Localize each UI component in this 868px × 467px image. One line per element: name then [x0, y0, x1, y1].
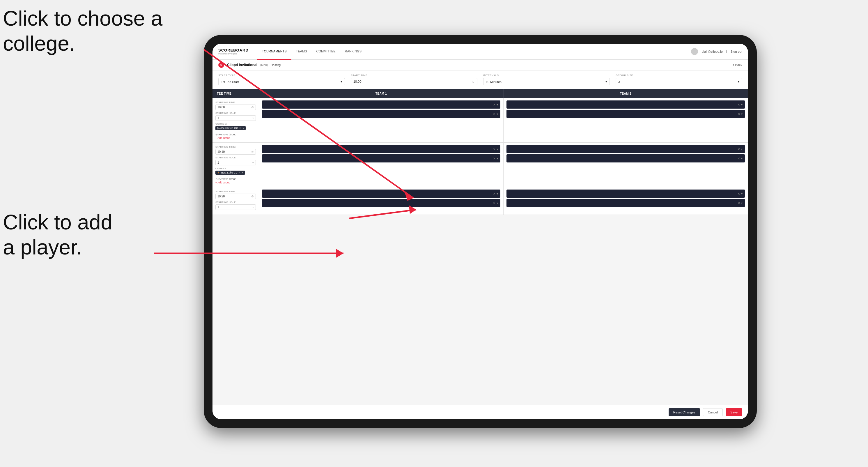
team1-cell-1: ✕ ▾ ✕ ▾ [259, 98, 503, 143]
chevron-icon-1-1[interactable]: ▾ [497, 103, 498, 106]
nav-bar: SCOREBOARD Powered by clippd TOURNAMENTS… [213, 44, 748, 60]
chevron-icon-5-2[interactable]: ▾ [497, 201, 498, 205]
start-time-label: Start Time [351, 74, 477, 77]
intervals-value: 10 Minutes [486, 80, 501, 84]
chevron-icon-3-2[interactable]: ▾ [497, 157, 498, 160]
nav-link-rankings[interactable]: RANKINGS [340, 44, 366, 60]
chevron-course-icon-1: ▾ [243, 127, 244, 130]
x-icon-6-1[interactable]: ✕ [738, 192, 740, 195]
chevron-icon-4-2[interactable]: ▾ [741, 157, 743, 160]
nav-link-teams[interactable]: TEAMS [291, 44, 312, 60]
x-icon-4-2[interactable]: ✕ [738, 157, 740, 160]
chevron-down-icon-3: ▾ [738, 80, 740, 84]
chevron-icon-2-2[interactable]: ▾ [741, 113, 743, 116]
player-slot-4-1[interactable]: ✕ ▾ [506, 145, 745, 153]
team1-cell-2: ✕ ▾ ✕ ▾ [259, 143, 503, 187]
team2-cell-3: ✕ ▾ ✕ ▾ [503, 187, 748, 215]
x-icon-3-2[interactable]: ✕ [493, 157, 495, 160]
chevron-icon-5-1[interactable]: ▾ [497, 192, 498, 195]
start-type-label: Start Type [218, 74, 345, 77]
time-config-3: Starting Time: 10:20 ⏱ Starting Hole: 1 … [213, 187, 259, 215]
course-name-1: (A) Peachtree GC [217, 127, 238, 130]
starting-hole-input-2[interactable]: 1 ▾ [215, 160, 256, 165]
player-slot-3-2[interactable]: ✕ ▾ [262, 154, 500, 162]
add-group-btn-2[interactable]: + Add Group [215, 181, 256, 184]
starting-hole-input-1[interactable]: 1 ▾ [215, 115, 256, 121]
team1-cell-3: ✕ ▾ ✕ ▾ [259, 187, 503, 215]
back-button[interactable]: < Back [732, 63, 742, 67]
group-size-label: Group Size [616, 74, 742, 77]
chevron-icon-4-1[interactable]: ▾ [741, 148, 743, 151]
x-icon-3-1[interactable]: ✕ [493, 148, 495, 151]
course-badge-1[interactable]: (A) Peachtree GC ✕ ▾ [215, 126, 246, 130]
x-icon-2-2[interactable]: ✕ [738, 113, 740, 116]
tournament-title: Clippd Invitational [227, 63, 257, 67]
chevron-icon-3: ▾ [252, 206, 254, 209]
starting-time-input-1[interactable]: 10:00 ⏱ [215, 104, 256, 110]
intervals-label: Intervals [483, 74, 610, 77]
team2-cell-1: ✕ ▾ ✕ ▾ [503, 98, 748, 143]
player-slot-5-2[interactable]: ✕ ▾ [262, 199, 500, 207]
user-email: blair@clippd.io [702, 50, 722, 53]
time-group-3: Starting Time: 10:20 ⏱ Starting Hole: 1 … [213, 187, 748, 215]
player-slot-6-1[interactable]: ✕ ▾ [506, 190, 745, 198]
annotation-bottom: Click to adda player. [3, 210, 112, 260]
player-slot-3-1[interactable]: ✕ ▾ [262, 145, 500, 153]
remove-group-btn-1[interactable]: ⊖ Remove Group [215, 133, 256, 136]
table-area: Starting Time: 10:00 ⏱ Starting Hole: 1 … [213, 98, 748, 405]
intervals-select[interactable]: 10 Minutes ▾ [483, 78, 610, 85]
group-size-group: Group Size 3 ▾ [616, 74, 742, 85]
starting-time-label-2: Starting Time: [215, 146, 256, 148]
chevron-icon-2-1[interactable]: ▾ [741, 103, 743, 106]
player-slot-6-2[interactable]: ✕ ▾ [506, 199, 745, 207]
clock-icon-2: ⏱ [251, 151, 254, 153]
x-icon-1-1[interactable]: ✕ [493, 103, 495, 106]
remove-course-icon-2[interactable]: ✕ [239, 171, 241, 174]
starting-time-input-3[interactable]: 10:20 ⏱ [215, 194, 256, 199]
col-team1: Team 1 [259, 89, 503, 98]
starting-time-input-2[interactable]: 10:10 ⏱ [215, 149, 256, 155]
time-config-1: Starting Time: 10:00 ⏱ Starting Hole: 1 … [213, 98, 259, 143]
separator: | [726, 50, 727, 53]
course-name-2: East Lake GC [221, 171, 238, 174]
player-slot-4-2[interactable]: ✕ ▾ [506, 154, 745, 162]
player-slot-1-1[interactable]: ✕ ▾ [262, 100, 500, 108]
start-type-select[interactable]: 1st Tee Start ▾ [218, 78, 345, 85]
player-slot-2-1[interactable]: ✕ ▾ [506, 100, 745, 108]
x-icon-6-2[interactable]: ✕ [738, 201, 740, 205]
reset-changes-button[interactable]: Reset Changes [669, 408, 700, 416]
starting-hole-input-3[interactable]: 1 ▾ [215, 205, 256, 210]
start-time-input[interactable]: 10:00 ⏱ [351, 78, 477, 85]
sign-out-link[interactable]: Sign out [731, 50, 742, 53]
cancel-button[interactable]: Cancel [703, 408, 723, 416]
chevron-icon-1: ▾ [252, 117, 254, 120]
start-type-value: 1st Tee Start [221, 80, 239, 84]
group-size-select[interactable]: 3 ▾ [616, 78, 742, 85]
remove-course-icon-1[interactable]: ✕ [239, 127, 242, 130]
nav-right: blair@clippd.io | Sign out [691, 48, 742, 55]
nav-link-committee[interactable]: COMMITTEE [312, 44, 340, 60]
footer: Reset Changes Cancel Save [213, 405, 748, 419]
start-time-value: 10:00 [353, 80, 362, 83]
player-slot-2-2[interactable]: ✕ ▾ [506, 110, 745, 118]
nav-link-tournaments[interactable]: TOURNAMENTS [257, 44, 291, 60]
x-icon-2-1[interactable]: ✕ [738, 103, 740, 106]
player-slot-1-2[interactable]: ✕ ▾ [262, 110, 500, 118]
x-icon-1-2[interactable]: ✕ [493, 113, 495, 116]
chevron-course-icon-2: ▾ [242, 172, 243, 174]
x-icon-5-2[interactable]: ✕ [493, 201, 495, 205]
chevron-icon-6-2[interactable]: ▾ [741, 201, 743, 205]
save-button[interactable]: Save [726, 408, 742, 416]
remove-group-btn-2[interactable]: ⊖ Remove Group [215, 178, 256, 181]
add-group-btn-1[interactable]: + Add Group [215, 136, 256, 139]
chevron-icon-6-1[interactable]: ▾ [741, 192, 743, 195]
time-config-2: Starting Time: 10:10 ⏱ Starting Hole: 1 … [213, 143, 259, 187]
course-badge-2[interactable]: 🏌 East Lake GC ✕ ▾ [215, 170, 245, 175]
chevron-icon-1-2[interactable]: ▾ [497, 113, 498, 116]
x-icon-4-1[interactable]: ✕ [738, 148, 740, 151]
starting-hole-label-3: Starting Hole: [215, 201, 256, 204]
chevron-icon-3-1[interactable]: ▾ [497, 148, 498, 151]
course-label-2: Course: [215, 167, 256, 170]
player-slot-5-1[interactable]: ✕ ▾ [262, 190, 500, 198]
x-icon-5-1[interactable]: ✕ [493, 192, 495, 195]
